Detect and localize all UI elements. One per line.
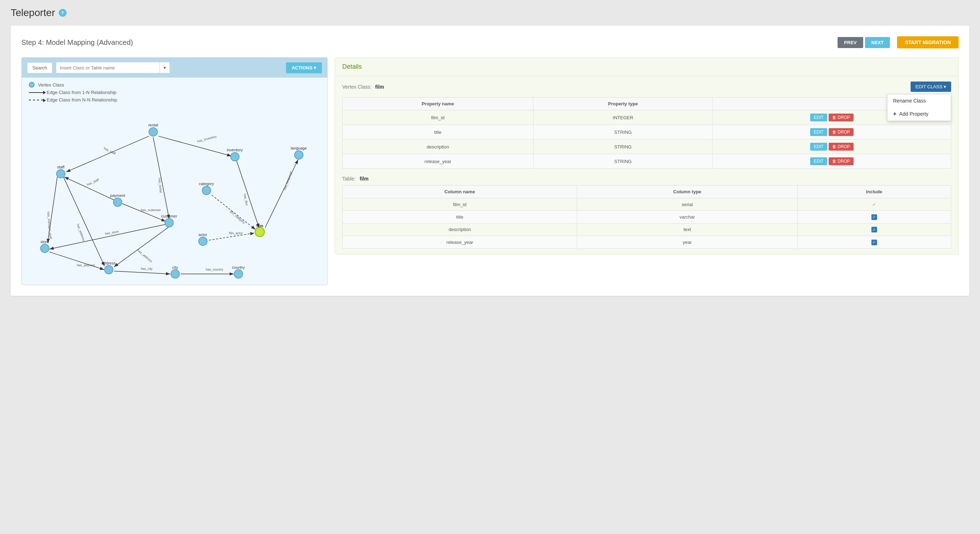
property-table-row: title STRING EDIT 🗑 DROP [342,125,951,140]
search-button[interactable]: Search [27,62,52,73]
app-title-text: Teleporter [11,7,55,19]
include-checkmark: ✓ [872,202,877,207]
node-language[interactable] [294,151,303,159]
actions-button[interactable]: ACTIONS ▾ [286,62,322,73]
legend-dashed-arrow-icon [29,100,43,100]
svg-text:actor: actor [199,232,208,237]
prop-type: STRING [533,154,713,169]
edit-class-button[interactable]: EDIT CLASS ▾ [910,81,951,92]
search-dropdown-arrow-icon[interactable]: ▾ [159,62,170,73]
col-include[interactable] [797,211,951,224]
svg-line-2 [159,136,231,156]
next-button[interactable]: NEXT [865,37,890,48]
svg-text:country: country [232,265,245,270]
drop-property-button[interactable]: 🗑 DROP [829,143,854,151]
drop-property-button[interactable]: 🗑 DROP [829,128,854,136]
edit-property-button[interactable]: EDIT [810,128,827,136]
prop-type: STRING [533,125,713,140]
edit-property-button[interactable]: EDIT [810,157,827,165]
svg-text:has_staff: has_staff [103,146,116,156]
svg-text:rental: rental [148,123,158,127]
svg-text:has_address: has_address [77,264,95,267]
node-address[interactable] [104,265,113,274]
prop-header-name: Property name [342,97,533,110]
plus-icon: + [893,111,896,117]
col-name: film_id [342,198,577,211]
start-migration-button[interactable]: START MIGRATION [897,36,959,48]
main-panel: Step 4: Model Mapping (Advanced) PREV NE… [11,25,969,296]
legend-circle-icon [29,82,35,87]
legend-edge-dashed: Edge Class from N-N Relationship [29,97,320,103]
svg-text:has_film: has_film [243,194,249,206]
node-city[interactable] [171,270,180,278]
graph-canvas[interactable]: has_inventory has_staff has_rental has_f… [22,107,327,285]
include-checkbox[interactable] [872,214,877,220]
rename-class-item[interactable]: Rename Class [888,94,951,107]
prop-type: INTEGER [533,110,713,125]
node-inventory[interactable] [231,153,239,161]
column-table: Column name Column type Include film_id … [342,185,951,249]
prop-header-type: Property type [533,97,713,110]
search-input[interactable] [56,63,159,73]
property-table-row: description STRING EDIT 🗑 DROP [342,140,951,154]
rename-class-label: Rename Class [893,98,926,103]
details-section: Vertex Class: film EDIT CLASS ▾ Rename C… [335,76,958,254]
svg-text:category: category [199,181,215,186]
svg-line-14 [64,177,105,266]
include-checkbox[interactable] [872,240,877,245]
col-include[interactable] [797,223,951,236]
table-label-row: Table: film [342,176,951,181]
step-header: Step 4: Model Mapping (Advanced) PREV NE… [21,36,959,48]
add-property-item[interactable]: + Add Property [888,107,951,121]
node-store[interactable] [41,244,49,253]
drop-property-button[interactable]: 🗑 DROP [829,157,854,165]
svg-line-20 [49,224,166,249]
node-customer[interactable] [165,219,173,227]
prop-type: STRING [533,140,713,154]
add-property-label: Add Property [899,111,928,117]
svg-line-22 [114,227,169,267]
node-film[interactable] [255,227,264,237]
include-checkbox[interactable] [872,227,877,232]
svg-text:has_country: has_country [206,268,223,271]
svg-text:city: city [172,265,178,270]
col-name: release_year [342,236,577,249]
property-table-row: film_id INTEGER EDIT 🗑 DROP [342,110,951,125]
app-container: Teleporter ? Step 4: Model Mapping (Adva… [0,0,980,303]
node-staff[interactable] [57,170,65,178]
content-area: Search ▾ ACTIONS ▾ Vertex Class Edge Cla… [21,57,959,285]
node-rental[interactable] [149,127,158,136]
edit-property-button[interactable]: EDIT [810,143,827,151]
svg-text:film_category: film_category [229,210,246,225]
vertex-class-label: Vertex Class: [342,84,371,90]
help-icon[interactable]: ? [59,9,67,17]
prop-actions: EDIT 🗑 DROP [713,125,951,140]
svg-text:inventory: inventory [227,148,243,152]
col-name: description [342,223,577,236]
col-include[interactable]: ✓ [797,198,951,211]
col-type: varchar [577,211,797,224]
graph-toolbar: Search ▾ ACTIONS ▾ [22,58,327,78]
svg-text:has_address: has_address [137,249,153,264]
svg-line-4 [66,136,149,172]
node-payment[interactable] [113,198,122,207]
drop-property-button[interactable]: 🗑 DROP [829,114,854,121]
prop-name: film_id [342,110,533,125]
svg-text:film: film [256,224,264,228]
edit-property-button[interactable]: EDIT [810,114,827,121]
legend-edge-solid: Edge Class from 1-N Relationship [29,90,320,95]
details-title: Details [342,63,362,70]
col-include[interactable] [797,236,951,249]
col-type: serial [577,198,797,211]
node-category[interactable] [202,186,211,195]
legend-edge-dashed-label: Edge Class from N-N Relationship [47,97,117,103]
legend-edge-solid-label: Edge Class from 1-N Relationship [47,90,116,95]
search-input-wrap: ▾ [56,62,170,73]
svg-line-24 [49,252,104,270]
details-header: Details [335,58,958,76]
prev-button[interactable]: PREV [838,37,863,48]
prop-actions: EDIT 🗑 DROP [713,140,951,154]
node-actor[interactable] [199,237,207,246]
svg-text:film_actor: film_actor [229,231,243,235]
node-country[interactable] [234,270,243,278]
